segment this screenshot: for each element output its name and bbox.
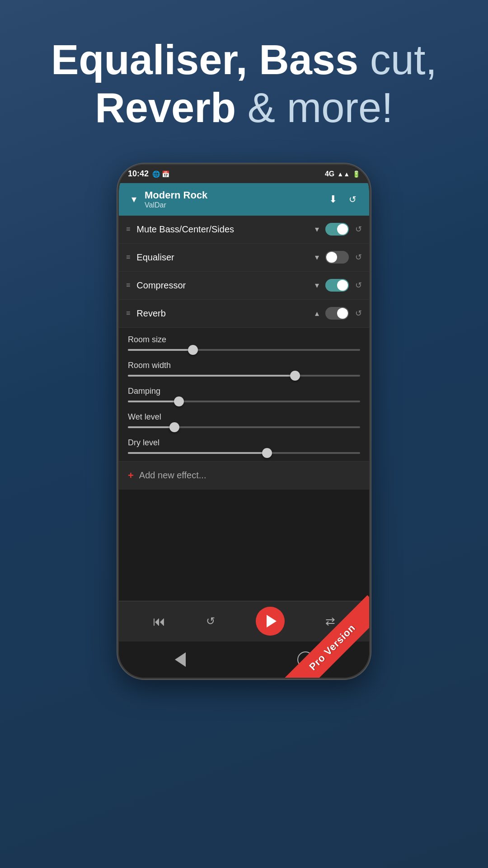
effect-name-comp: Compressor [136, 280, 309, 291]
phone-frame: 10:42 🌐 📅 4G ▲▲ 🔋 ▾ Modern Rock ValDar ⬇… [117, 164, 371, 679]
status-icons-left: 🌐 📅 [152, 170, 169, 178]
room-size-thumb[interactable] [188, 345, 198, 355]
status-bar: 10:42 🌐 📅 4G ▲▲ 🔋 [119, 165, 369, 183]
slider-room-size: Room size [128, 335, 360, 351]
wet-level-thumb[interactable] [169, 422, 179, 432]
wet-level-label: Wet level [128, 412, 360, 422]
headline: Equaliser, Bass cut, Reverb & more! [0, 0, 488, 150]
drag-handle-comp[interactable]: ≡ [126, 281, 130, 289]
app-header: ▾ Modern Rock ValDar ⬇ ↺ [119, 183, 369, 216]
skip-back-button[interactable]: ⏮ [153, 614, 165, 629]
headline-cut: cut, [358, 37, 437, 83]
room-size-track[interactable] [128, 349, 360, 351]
damping-track[interactable] [128, 401, 360, 402]
header-title-group: Modern Rock ValDar [145, 189, 321, 209]
drag-handle-reverb[interactable]: ≡ [126, 309, 130, 317]
wet-level-track[interactable] [128, 426, 360, 428]
pro-version-badge: Pro Version [280, 595, 369, 678]
dropdown-chevron[interactable]: ▾ [128, 190, 140, 209]
effect-name-reverb: Reverb [136, 308, 309, 319]
headline-more: & more! [236, 85, 393, 131]
status-icons-right: 4G ▲▲ 🔋 [325, 170, 360, 178]
toggle-comp[interactable] [325, 279, 349, 292]
expand-comp[interactable]: ▾ [315, 280, 319, 290]
headline-reverb: Reverb [95, 85, 236, 131]
signal-text: 4G [325, 170, 334, 178]
reset-reverb[interactable]: ↺ [355, 308, 362, 318]
room-width-track[interactable] [128, 375, 360, 377]
effect-row-compressor: ≡ Compressor ▾ ↺ [119, 272, 369, 300]
history-button[interactable]: ↺ [345, 190, 360, 208]
toggle-eq[interactable] [325, 251, 349, 264]
effects-list: ≡ Mute Bass/Center/Sides ▾ ↺ ≡ Equaliser… [119, 216, 369, 328]
download-button[interactable]: ⬇ [325, 190, 341, 209]
status-time: 10:42 🌐 📅 [128, 169, 169, 179]
back-button[interactable] [175, 652, 186, 667]
room-width-label: Room width [128, 361, 360, 370]
reset-mute[interactable]: ↺ [355, 224, 362, 234]
room-size-label: Room size [128, 335, 360, 344]
toggle-reverb[interactable] [325, 307, 349, 320]
expand-reverb[interactable]: ▴ [315, 308, 319, 318]
effect-row-reverb: ≡ Reverb ▴ ↺ [119, 300, 369, 328]
slider-wet-level: Wet level [128, 412, 360, 428]
preset-name: Modern Rock [145, 189, 321, 201]
reset-eq[interactable]: ↺ [355, 252, 362, 262]
slider-dry-level: Dry level [128, 438, 360, 454]
reset-comp[interactable]: ↺ [355, 280, 362, 290]
dry-level-label: Dry level [128, 438, 360, 448]
add-effect-label: Add new effect... [139, 470, 206, 481]
headline-bold: Equaliser, Bass [51, 37, 358, 83]
preset-author: ValDar [145, 201, 321, 209]
expand-eq[interactable]: ▾ [315, 252, 319, 262]
pro-badge-container: Pro Version [270, 578, 369, 678]
wifi-icon: ▲▲ [337, 170, 350, 178]
effect-row-mute: ≡ Mute Bass/Center/Sides ▾ ↺ [119, 216, 369, 244]
effect-name-eq: Equaliser [136, 252, 309, 263]
expand-mute[interactable]: ▾ [315, 224, 319, 234]
add-plus-icon: + [128, 470, 134, 481]
drag-handle-eq[interactable]: ≡ [126, 253, 130, 261]
dry-level-thumb[interactable] [262, 448, 272, 458]
damping-label: Damping [128, 387, 360, 396]
effect-name-mute: Mute Bass/Center/Sides [136, 224, 309, 235]
add-effect-row[interactable]: + Add new effect... [119, 461, 369, 490]
damping-thumb[interactable] [174, 396, 184, 406]
dry-level-track[interactable] [128, 452, 360, 454]
battery-icon: 🔋 [352, 170, 360, 178]
toggle-mute[interactable] [325, 223, 349, 236]
phone-wrapper: 10:42 🌐 📅 4G ▲▲ 🔋 ▾ Modern Rock ValDar ⬇… [0, 164, 488, 679]
effect-row-equaliser: ≡ Equaliser ▾ ↺ [119, 244, 369, 272]
slider-damping: Damping [128, 387, 360, 402]
replay-button[interactable]: ↺ [206, 615, 215, 627]
time-text: 10:42 [128, 169, 149, 179]
slider-room-width: Room width [128, 361, 360, 377]
reverb-panel: Room size Room width Damping [119, 328, 369, 461]
room-width-thumb[interactable] [290, 371, 300, 381]
drag-handle-mute[interactable]: ≡ [126, 225, 130, 233]
